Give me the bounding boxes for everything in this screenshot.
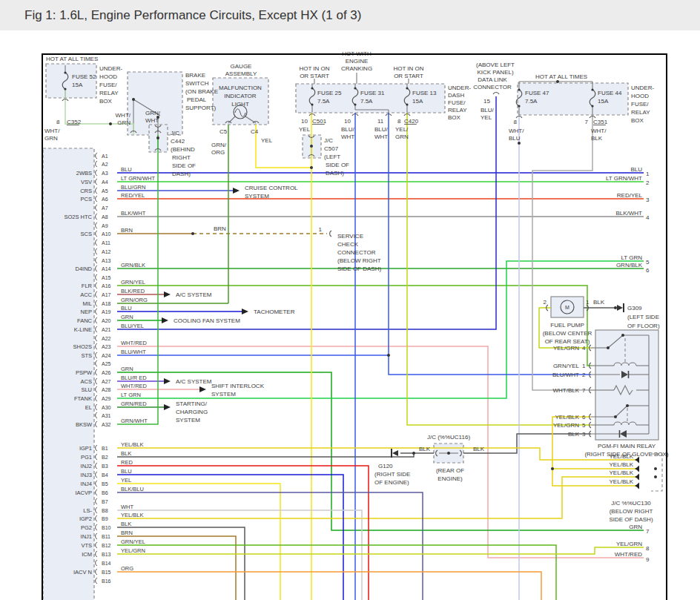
ground-icon bbox=[617, 305, 623, 311]
diagram-label: 9 bbox=[646, 556, 650, 563]
wire-color-label: BLU/WHT bbox=[121, 349, 146, 355]
fuse-terminal bbox=[64, 71, 66, 73]
junction-dot bbox=[310, 166, 313, 169]
pin-connector-icon bbox=[96, 317, 97, 323]
diagram-label: 11 bbox=[377, 118, 384, 125]
wire bbox=[117, 536, 236, 600]
diagram-label: ASSEMBLY bbox=[225, 70, 257, 77]
diagram-label: WHT/ bbox=[509, 128, 524, 134]
wire-color-label: BLU bbox=[121, 468, 132, 475]
ecm-pin-label: B4 bbox=[102, 472, 108, 478]
wire-color-label: BLU/R ED bbox=[121, 375, 147, 381]
diagram-label: BRN bbox=[214, 225, 226, 232]
pin-connector-icon bbox=[96, 386, 97, 392]
diagram-label: SYSTEM bbox=[245, 193, 269, 200]
ecm-signal-label: ACC bbox=[80, 291, 92, 298]
diagram-label: YEL bbox=[261, 137, 273, 144]
diagram-label: J/C (%%UC116) bbox=[427, 434, 470, 441]
junction-dot bbox=[614, 415, 617, 418]
diagram-label: 7.5A bbox=[525, 98, 538, 105]
pin-connector-icon bbox=[96, 489, 97, 495]
ecm-signal-label: NEP bbox=[81, 309, 92, 315]
diagram-label: WHT/ bbox=[116, 112, 131, 119]
diagram-label: 2 bbox=[544, 299, 547, 306]
diagram-label: INDICATOR bbox=[224, 93, 256, 99]
junction-dot bbox=[109, 122, 112, 125]
diagram-label: PEDAL bbox=[187, 96, 207, 103]
pin-connector-icon bbox=[96, 378, 97, 384]
wire bbox=[117, 466, 369, 600]
diagram-label: HOT AT ALL TIMES bbox=[46, 56, 98, 62]
arrow-icon bbox=[164, 404, 171, 410]
pin-connector-icon bbox=[96, 498, 97, 504]
ecm-signal-label: FANC bbox=[77, 317, 93, 324]
diagram-label: C507 bbox=[324, 145, 339, 152]
diagram-label: 10 bbox=[301, 118, 308, 125]
diagram-label: OF REAR SEAT) bbox=[545, 338, 590, 345]
diagram-label: 2 bbox=[582, 372, 586, 378]
diagram-label: SIDE OF bbox=[172, 162, 196, 169]
diagram-label: 4 bbox=[582, 345, 586, 352]
diagram-label: DASH) bbox=[326, 170, 344, 177]
ecm-signal-label: VTS bbox=[81, 542, 92, 549]
ecm-pin-label: A22 bbox=[102, 336, 111, 341]
wire-color-label: BRN bbox=[121, 227, 133, 234]
diagram-label: OF FLOOR) bbox=[627, 323, 660, 329]
ecm-pin-label: A29 bbox=[102, 396, 111, 401]
diagram-label: BLU bbox=[630, 166, 642, 173]
diagram-label: GRN/YEL bbox=[553, 363, 580, 369]
wire-color-label: BLK/BLU bbox=[121, 486, 144, 492]
diagram-label: YEL/BLK bbox=[610, 453, 634, 460]
wire-color-label: GRN/BLK bbox=[121, 262, 145, 268]
pin-connector-icon bbox=[96, 205, 97, 211]
arrow-icon bbox=[635, 475, 639, 480]
wire-color-label: GRN/YEL bbox=[121, 279, 145, 286]
diagram-label: 15A bbox=[72, 82, 83, 88]
diagram-label: BLK bbox=[419, 446, 431, 452]
pin-connector-icon bbox=[96, 266, 97, 271]
ecm-pin-label: A23 bbox=[102, 344, 111, 349]
diagram-label: SUPPORT) bbox=[185, 105, 217, 111]
ecm-signal-label: SLU bbox=[81, 386, 92, 393]
diagram-label: BLU/WHT bbox=[552, 372, 579, 378]
wire bbox=[117, 372, 644, 530]
diagram-label: WHT/ bbox=[591, 128, 607, 134]
arrow-icon bbox=[233, 188, 240, 194]
ecm-pin-label: A24 bbox=[102, 353, 111, 358]
diagram-label: DASH bbox=[448, 92, 464, 99]
wire-color-label: BLK/WHT bbox=[121, 210, 146, 217]
ecm-pin-label: A30 bbox=[102, 405, 111, 410]
pin-connector-icon bbox=[96, 257, 97, 263]
diagram-label: LIGHT bbox=[231, 101, 249, 108]
diagram-label: BLK bbox=[473, 446, 485, 452]
diagram-label: M bbox=[565, 305, 569, 310]
pin-connector-icon bbox=[96, 454, 97, 460]
diagram-label: 5 bbox=[582, 422, 586, 429]
diagram-label: STARTING/ bbox=[176, 400, 208, 407]
diagram-label: SIDE OF bbox=[326, 162, 349, 168]
pin-connector-icon bbox=[96, 170, 97, 176]
ecm-pin-label: B15 bbox=[102, 570, 111, 575]
junction-dot bbox=[132, 98, 135, 101]
ecm-pin-label: A10 bbox=[102, 231, 111, 237]
diagram-label: FUSE 44 bbox=[598, 90, 622, 96]
ecm-pin-label: A16 bbox=[102, 283, 111, 289]
diagram-label: 3 bbox=[646, 197, 650, 203]
connector-icon bbox=[493, 93, 499, 94]
diagram-label: (BELOW RIGHT bbox=[337, 257, 381, 264]
fuse-terminal bbox=[406, 87, 408, 89]
diagram-label: ENGINE bbox=[346, 58, 369, 65]
ecm-signal-label: SHO2S bbox=[73, 343, 92, 350]
ecm-signal-label: PG2 bbox=[81, 524, 92, 531]
diagram-label: G120 bbox=[378, 463, 393, 469]
diagram-label: BLK bbox=[568, 431, 580, 438]
diagram-label: LT GRN/WHT bbox=[606, 175, 642, 182]
pin-connector-icon bbox=[96, 463, 97, 469]
diagram-label: FUSE/ bbox=[448, 99, 466, 106]
junction-dot bbox=[447, 452, 450, 455]
ecm-pin-label: B5 bbox=[102, 481, 108, 487]
diagram-label: BLU bbox=[509, 135, 521, 142]
ecm-signal-label: PG1 bbox=[81, 454, 92, 461]
diagram-label: LT GRN bbox=[621, 254, 642, 261]
diagram-label: RELAY bbox=[448, 107, 467, 113]
